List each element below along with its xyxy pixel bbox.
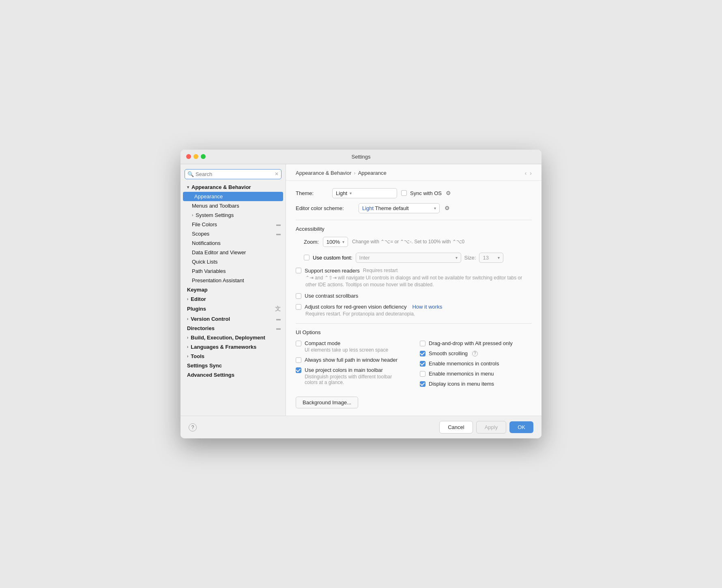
close-button[interactable] <box>186 154 191 159</box>
contrast-scrollbars-block: Use contrast scrollbars <box>296 293 532 299</box>
compact-mode-checkbox[interactable] <box>296 341 301 346</box>
maximize-button[interactable] <box>201 154 206 159</box>
smooth-scrolling-checkbox[interactable] <box>420 351 425 356</box>
sidebar-item-label: Languages & Frameworks <box>191 344 256 350</box>
how-it-works-link[interactable]: How it works <box>412 304 442 310</box>
sidebar-item-appearance-behavior[interactable]: ▾ Appearance & Behavior <box>180 182 286 192</box>
sidebar-item-quick-lists[interactable]: Quick Lists <box>180 257 286 266</box>
zoom-dropdown[interactable]: 100% ▾ <box>323 237 348 247</box>
theme-label: Theme: <box>296 190 328 196</box>
sync-os-row: Sync with OS ⚙ <box>401 189 452 197</box>
compact-mode-row: Compact mode <box>296 340 408 346</box>
project-colors-label: Use project colors in main toolbar <box>305 367 383 373</box>
footer: ? Cancel Apply OK <box>180 416 542 438</box>
sidebar-item-file-colors[interactable]: File Colors ▬ <box>180 220 286 229</box>
mnemonics-controls-checkbox[interactable] <box>420 361 425 367</box>
full-path-item: Always show full path in window header <box>296 357 408 363</box>
custom-font-checkbox[interactable] <box>304 255 309 260</box>
custom-font-label: Use custom font: <box>313 255 352 261</box>
breadcrumb-separator: › <box>354 170 355 176</box>
display-icons-label: Display icons in menu items <box>429 381 494 387</box>
sync-os-checkbox[interactable] <box>401 190 407 196</box>
screen-readers-checkbox[interactable] <box>296 268 301 273</box>
sidebar-item-build-exec[interactable]: › Build, Execution, Deployment <box>180 333 286 342</box>
project-colors-item: Use project colors in main toolbar Disti… <box>296 367 408 385</box>
sidebar-item-label: File Colors <box>192 221 217 227</box>
sidebar-item-system-settings[interactable]: › System Settings <box>180 210 286 220</box>
font-size-label: Size: <box>464 255 476 261</box>
ui-options-grid: Compact mode UI elements take up less sc… <box>296 340 532 387</box>
full-path-checkbox[interactable] <box>296 357 301 363</box>
sidebar-item-version-control[interactable]: › Version Control ▬ <box>180 314 286 324</box>
sidebar-item-scopes[interactable]: Scopes ▬ <box>180 229 286 238</box>
sidebar-item-tools[interactable]: › Tools <box>180 352 286 361</box>
back-icon[interactable]: ‹ <box>525 170 527 176</box>
sidebar-item-presentation-assistant[interactable]: Presentation Assistant <box>180 276 286 285</box>
full-path-row: Always show full path in window header <box>296 357 408 363</box>
project-colors-checkbox[interactable] <box>296 367 301 373</box>
col-right: Drag-and-drop with Alt pressed only Smoo… <box>420 340 532 387</box>
mnemonics-menu-row: Enable mnemonics in menu <box>420 371 532 377</box>
screen-readers-block: Support screen readers Requires restart … <box>296 268 532 288</box>
help-button[interactable]: ? <box>189 423 197 431</box>
sidebar-item-keymap[interactable]: Keymap <box>180 285 286 294</box>
full-path-label: Always show full path in window header <box>305 357 398 363</box>
sidebar-item-directories[interactable]: Directories ▬ <box>180 324 286 333</box>
smooth-scrolling-row: Smooth scrolling ? <box>420 350 532 356</box>
sidebar-item-label: Notifications <box>192 240 221 246</box>
sidebar-item-label: Editor <box>191 296 206 302</box>
editor-scheme-gear[interactable]: ⚙ <box>444 204 451 212</box>
sidebar-item-plugins[interactable]: Plugins 文 <box>180 304 286 314</box>
font-dropdown[interactable]: Inter ▾ <box>356 253 461 263</box>
sidebar-item-data-editor[interactable]: Data Editor and Viewer <box>180 248 286 257</box>
screen-readers-sub: ⌃⇥ and ⌃⇧⇥ will navigate UI controls in … <box>305 275 532 288</box>
search-clear-icon[interactable]: ✕ <box>275 171 279 177</box>
sidebar: 🔍 ✕ ▾ Appearance & Behavior Appearance M… <box>180 164 286 416</box>
sidebar-item-menus-toolbars[interactable]: Menus and Toolbars <box>180 201 286 210</box>
sidebar-item-path-variables[interactable]: Path Variables <box>180 266 286 276</box>
background-image-button[interactable]: Background Image... <box>296 397 358 408</box>
breadcrumb-current: Appearance <box>358 170 387 176</box>
editor-scheme-dropdown[interactable]: Light Theme default ▾ <box>359 203 440 213</box>
search-input[interactable] <box>196 171 273 177</box>
project-colors-row: Use project colors in main toolbar <box>296 367 408 373</box>
search-box[interactable]: 🔍 ✕ <box>185 169 281 179</box>
sync-os-gear[interactable]: ⚙ <box>445 189 452 197</box>
drag-drop-checkbox[interactable] <box>420 341 425 346</box>
font-size-dropdown[interactable]: 13 ▾ <box>479 253 503 263</box>
editor-scheme-row: Editor color scheme: Light Theme default… <box>296 203 532 213</box>
red-green-checkbox[interactable] <box>296 304 301 310</box>
zoom-hint: Change with ⌃⌥= or ⌃⌥-. Set to 100% with… <box>352 239 464 245</box>
sidebar-item-appearance[interactable]: Appearance <box>183 192 283 201</box>
theme-row: Theme: Light ▾ Sync with OS ⚙ <box>296 188 532 198</box>
sidebar-item-label: Advanced Settings <box>187 372 234 378</box>
red-green-block: Adjust colors for red-green vision defic… <box>296 304 532 318</box>
zoom-dropdown-arrow: ▾ <box>342 240 344 244</box>
sidebar-item-label: Version Control <box>191 316 230 322</box>
font-dropdown-arrow: ▾ <box>456 255 458 260</box>
red-green-label: Adjust colors for red-green vision defic… <box>305 304 406 310</box>
mnemonics-menu-label: Enable mnemonics in menu <box>429 371 494 377</box>
chevron-right-icon: › <box>187 317 188 321</box>
sidebar-item-label: Directories <box>187 325 215 331</box>
minimize-button[interactable] <box>193 154 198 159</box>
scheme-default: Theme default <box>375 205 409 211</box>
sidebar-item-advanced-settings[interactable]: Advanced Settings <box>180 370 286 380</box>
theme-dropdown-arrow: ▾ <box>350 191 352 195</box>
sidebar-item-settings-sync[interactable]: Settings Sync <box>180 361 286 370</box>
contrast-scrollbars-checkbox[interactable] <box>296 293 301 299</box>
sidebar-item-languages[interactable]: › Languages & Frameworks <box>180 342 286 352</box>
sidebar-item-editor[interactable]: › Editor <box>180 294 286 304</box>
sidebar-item-notifications[interactable]: Notifications <box>180 238 286 248</box>
red-green-sub: Requires restart. For protanopia and deu… <box>305 311 532 318</box>
chevron-right-icon: › <box>187 345 188 349</box>
cancel-button[interactable]: Cancel <box>439 421 473 433</box>
chevron-down-icon: ▾ <box>187 185 189 189</box>
display-icons-checkbox[interactable] <box>420 381 425 387</box>
ok-button[interactable]: OK <box>509 421 533 433</box>
forward-icon[interactable]: › <box>530 170 532 176</box>
smooth-scrolling-help-icon[interactable]: ? <box>472 351 478 356</box>
mnemonics-menu-checkbox[interactable] <box>420 371 425 377</box>
chevron-right-icon: › <box>187 297 188 301</box>
theme-dropdown[interactable]: Light ▾ <box>332 188 397 198</box>
